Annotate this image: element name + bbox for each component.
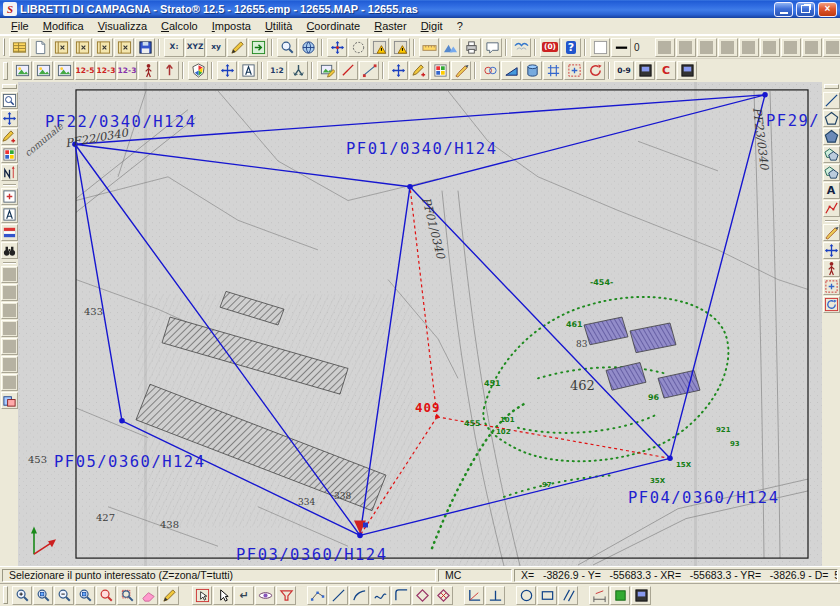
text-tool-button[interactable]: A — [823, 182, 840, 199]
cylinder-button[interactable] — [522, 61, 542, 80]
shield-button[interactable] — [188, 61, 208, 80]
arc-button[interactable] — [349, 586, 369, 605]
green-square-button[interactable] — [610, 586, 630, 605]
image-button[interactable] — [33, 61, 53, 80]
move-cross-button[interactable] — [327, 38, 347, 57]
diamond-button[interactable] — [412, 586, 432, 605]
coords-xyz-button[interactable]: XYZ — [185, 38, 205, 57]
mag-page-button[interactable] — [75, 586, 95, 605]
cursor-button[interactable] — [213, 586, 233, 605]
fork-down-button[interactable] — [288, 61, 308, 80]
restore-button[interactable] — [796, 2, 815, 17]
arrow-up-button[interactable] — [159, 61, 179, 80]
a-box-button[interactable] — [238, 61, 258, 80]
image-button[interactable] — [54, 61, 74, 80]
select-frame-button[interactable] — [192, 586, 212, 605]
map-svg[interactable]: PF22/0340/H124PF01/0340/H124PF29/PF05/03… — [18, 82, 822, 566]
fieldbook-button[interactable] — [93, 38, 113, 57]
line-width-button[interactable] — [611, 38, 631, 57]
fieldbook-button[interactable] — [51, 38, 71, 57]
zoom-box-button[interactable] — [1, 92, 18, 109]
printer-button[interactable] — [461, 38, 481, 57]
north-button[interactable] — [1, 164, 18, 181]
menu-coordinate[interactable]: Coordinate — [299, 20, 367, 32]
speech-bubble-button[interactable] — [482, 38, 502, 57]
white-swatch-button[interactable] — [590, 38, 610, 57]
toolbar-grabber[interactable] — [3, 62, 8, 80]
dark-disk-button[interactable] — [677, 61, 697, 80]
arrow-box-button[interactable] — [248, 38, 268, 57]
snap-circles-button[interactable] — [480, 61, 500, 80]
mag-minus-button[interactable] — [54, 586, 74, 605]
brush-button[interactable] — [823, 224, 840, 241]
person-button[interactable] — [138, 61, 158, 80]
scale-12-5-button[interactable]: 12-5 — [75, 61, 95, 80]
menu-visualizza[interactable]: Visualizza — [91, 20, 154, 32]
pentagon-button[interactable] — [823, 110, 840, 127]
angle-button[interactable] — [464, 586, 484, 605]
save-button[interactable] — [135, 38, 155, 57]
move-cross-blue-button[interactable] — [1, 110, 18, 127]
image-button[interactable] — [12, 61, 32, 80]
pencil-plus-button[interactable] — [409, 61, 429, 80]
c-tool-button[interactable]: C — [656, 61, 676, 80]
mountain-button[interactable] — [440, 38, 460, 57]
lasso-button[interactable] — [348, 38, 368, 57]
mag-window-button[interactable] — [117, 586, 137, 605]
menu-modifica[interactable]: Modifica — [36, 20, 91, 32]
dark-disk-button[interactable] — [635, 61, 655, 80]
menu-raster[interactable]: Raster — [367, 20, 413, 32]
dark-disk-button[interactable] — [631, 586, 651, 605]
a-box-button[interactable] — [1, 206, 18, 223]
toolbar-grabber[interactable] — [824, 84, 839, 89]
map-canvas[interactable]: PF22/0340/H124PF01/0340/H124PF29/PF05/03… — [18, 82, 822, 566]
toolbar-grabber[interactable] — [2, 84, 17, 89]
sheets-button[interactable] — [1, 392, 18, 409]
image-pencil-button[interactable] — [317, 61, 337, 80]
eye-button[interactable] — [255, 586, 275, 605]
copy-shape-button[interactable] — [823, 164, 840, 181]
document-button[interactable] — [30, 38, 50, 57]
filter-button[interactable] — [276, 586, 296, 605]
red-polyline-button[interactable] — [823, 200, 840, 217]
zero-badge-button[interactable]: (0) — [540, 38, 560, 57]
move-cross-blue-button[interactable] — [217, 61, 237, 80]
menu-calcolo[interactable]: Calcolo — [154, 20, 205, 32]
plus-box-button[interactable] — [1, 188, 18, 205]
palette-button[interactable] — [1, 146, 18, 163]
menu-utilit[interactable]: Utilità — [258, 20, 300, 32]
table-button[interactable] — [9, 38, 29, 57]
coords-xy-button[interactable]: xy — [206, 38, 226, 57]
brush-button[interactable] — [451, 61, 471, 80]
person-button[interactable] — [823, 260, 840, 277]
ramp-button[interactable] — [501, 61, 521, 80]
toolbar-grabber[interactable] — [3, 38, 5, 56]
line-button[interactable] — [328, 586, 348, 605]
menu-imposta[interactable]: Imposta — [205, 20, 258, 32]
rotate-button[interactable] — [585, 61, 605, 80]
mag-red-button[interactable] — [96, 586, 116, 605]
ruler-button[interactable] — [419, 38, 439, 57]
warn-grid-button[interactable] — [390, 38, 410, 57]
eraser-button[interactable] — [138, 586, 158, 605]
rect-tool-button[interactable] — [537, 586, 557, 605]
fieldbook-button[interactable] — [72, 38, 92, 57]
help-button[interactable]: ? — [561, 38, 581, 57]
frame-move-button[interactable] — [564, 61, 584, 80]
fieldbook-button[interactable] — [114, 38, 134, 57]
toolbar-grabber[interactable] — [3, 586, 8, 604]
ratio-button[interactable]: 1:2 — [267, 61, 287, 80]
points-list-button[interactable]: X: — [164, 38, 184, 57]
frame-rotate-button[interactable] — [823, 296, 840, 313]
minimize-button[interactable] — [774, 2, 793, 17]
palette-button[interactable] — [430, 61, 450, 80]
magnifier-button[interactable] — [277, 38, 297, 57]
move-cross-blue-button[interactable] — [388, 61, 408, 80]
flag-button[interactable] — [1, 224, 18, 241]
digits-button[interactable]: 0-9 — [614, 61, 634, 80]
curve-button[interactable] — [370, 586, 390, 605]
pencil-plus-button[interactable] — [1, 128, 18, 145]
line-dots-button[interactable] — [359, 61, 379, 80]
node-edit-button[interactable] — [307, 586, 327, 605]
bird-button[interactable] — [511, 38, 531, 57]
